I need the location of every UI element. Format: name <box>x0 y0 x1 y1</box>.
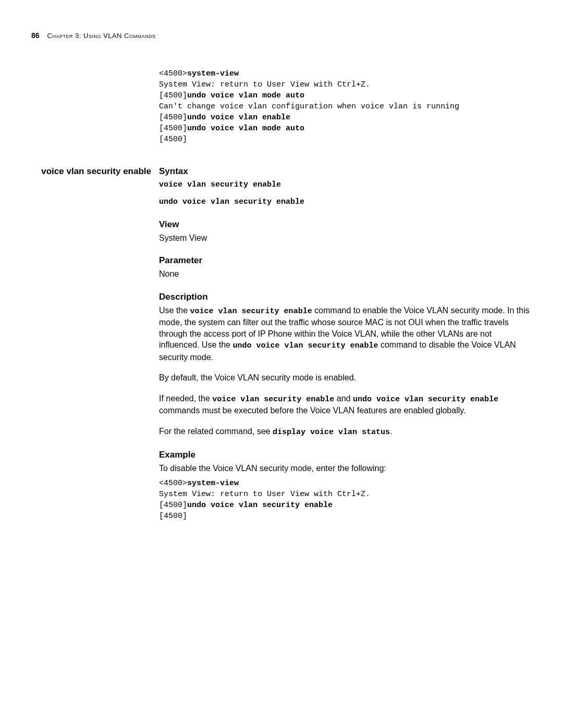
description-paragraph: If needed, the voice vlan security enabl… <box>159 393 532 416</box>
code-block-top: <4500>system-view System View: return to… <box>159 68 532 145</box>
section-title-description: Description <box>159 291 532 303</box>
description-paragraph: By default, the Voice VLAN security mode… <box>159 372 532 384</box>
page-number: 86 <box>31 31 40 40</box>
code-block-example: <4500>system-view System View: return to… <box>159 478 532 522</box>
view-text: System View <box>159 232 532 244</box>
chapter-label: Chapter 3: Using VLAN Commands <box>47 32 156 40</box>
syntax-line: undo voice vlan security enable <box>159 196 532 207</box>
section-title-view: View <box>159 219 532 231</box>
section-title-syntax: Syntax <box>159 166 532 178</box>
section-title-parameter: Parameter <box>159 255 532 267</box>
syntax-line: voice vlan security enable <box>159 179 532 190</box>
parameter-text: None <box>159 268 532 280</box>
description-paragraph: Use the voice vlan security enable comma… <box>159 305 532 363</box>
example-intro: To disable the Voice VLAN security mode,… <box>159 463 532 474</box>
page-header: 86 Chapter 3: Using VLAN Commands <box>31 31 532 40</box>
syntax-block: voice vlan security enable undo voice vl… <box>159 179 532 207</box>
section-title-example: Example <box>159 449 532 461</box>
description-paragraph: For the related command, see display voi… <box>159 426 532 438</box>
side-heading: voice vlan security enable <box>31 166 151 177</box>
